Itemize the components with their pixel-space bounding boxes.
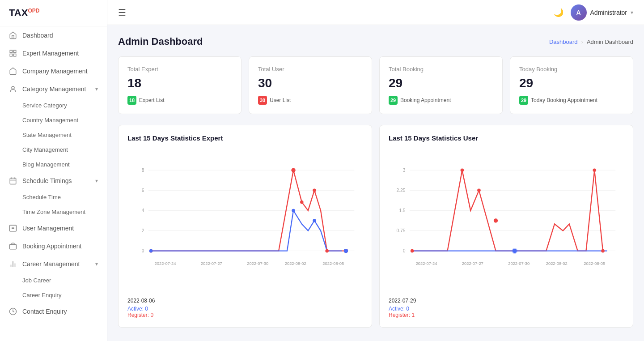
chart-card-expert: Last 15 Days Statistics Expert 8 6 4 2 [118, 125, 372, 328]
badge-num-expert: 18 [127, 96, 136, 105]
sidebar-sub-career-enquiry[interactable]: Career Enquiry [0, 288, 107, 303]
sidebar-item-company[interactable]: Company Management [0, 62, 107, 80]
logo: TAXOPD [0, 0, 107, 26]
header-right: 🌙 A Administrator ▾ [554, 4, 633, 21]
svg-rect-2 [10, 54, 12, 56]
sidebar-item-schedule[interactable]: Schedule Timings ▾ [0, 172, 107, 190]
charts-grid: Last 15 Days Statistics Expert 8 6 4 2 [118, 125, 633, 328]
svg-text:2022-07-24: 2022-07-24 [416, 261, 437, 266]
svg-point-36 [325, 249, 329, 253]
breadcrumb: Dashboard › Admin Dashboard [549, 38, 633, 45]
chart-container-expert: 8 6 4 2 0 2022-07-24 2022-07-27 2022-07-… [127, 149, 363, 292]
sidebar-sub-blog[interactable]: Blog Management [0, 157, 107, 172]
sidebar-sub-job-career[interactable]: Job Career [0, 273, 107, 288]
contact-icon [9, 307, 17, 315]
stat-value-user: 30 [258, 76, 363, 90]
sidebar-sub-service-category[interactable]: Service Category [0, 98, 107, 113]
home-icon [9, 31, 17, 39]
svg-text:2022-07-24: 2022-07-24 [155, 261, 176, 266]
svg-text:0: 0 [403, 248, 406, 253]
badge-num-booking: 29 [389, 96, 398, 105]
svg-point-59 [477, 189, 481, 192]
stat-badge-booking: 29 Booking Appointment [389, 96, 451, 105]
sidebar-sub-schedule-time[interactable]: Schedule Time [0, 190, 107, 205]
schedule-icon [9, 177, 17, 185]
stats-grid: Total Expert 18 18 Expert List Total Use… [118, 56, 633, 114]
svg-point-33 [291, 168, 295, 172]
svg-text:6: 6 [142, 188, 144, 193]
svg-point-57 [411, 249, 414, 253]
admin-menu[interactable]: A Administrator ▾ [571, 4, 633, 21]
chart-svg-expert: 8 6 4 2 0 2022-07-24 2022-07-27 2022-07-… [127, 149, 363, 292]
stat-value-booking: 29 [389, 76, 493, 90]
sidebar-item-career[interactable]: Career Management ▾ [0, 255, 107, 273]
category-icon [9, 85, 17, 93]
stat-value-today: 29 [519, 76, 624, 90]
chart-date-expert: 2022-08-06 [127, 298, 363, 304]
svg-text:1.5: 1.5 [399, 208, 406, 213]
svg-rect-3 [14, 54, 16, 56]
svg-point-4 [12, 86, 14, 89]
career-chevron: ▾ [95, 261, 98, 267]
sidebar-item-dashboard[interactable]: Dashboard [0, 26, 107, 44]
svg-text:2022-08-05: 2022-08-05 [322, 261, 344, 266]
badge-link-user[interactable]: User List [270, 97, 291, 103]
admin-name: Administrator [590, 9, 627, 16]
svg-point-38 [149, 249, 153, 253]
svg-text:2022-08-02: 2022-08-02 [546, 261, 568, 266]
svg-text:2022-08-02: 2022-08-02 [285, 261, 306, 266]
breadcrumb-current: Admin Dashboard [587, 38, 633, 45]
badge-link-booking[interactable]: Booking Appointment [400, 97, 451, 103]
breadcrumb-home[interactable]: Dashboard [549, 38, 578, 45]
svg-rect-1 [14, 50, 16, 52]
theme-toggle-icon[interactable]: 🌙 [554, 8, 564, 17]
badge-num-user: 30 [258, 96, 267, 105]
svg-point-61 [593, 169, 596, 172]
header-left: ☰ [118, 7, 126, 18]
svg-text:2022-08-05: 2022-08-05 [584, 261, 605, 266]
stat-card-expert: Total Expert 18 18 Expert List [118, 56, 242, 114]
sidebar-sub-city[interactable]: City Management [0, 142, 107, 157]
chart-title-expert: Last 15 Days Statistics Expert [127, 134, 363, 142]
active-count-user: Active: 0 [389, 306, 624, 312]
stat-label-user: Total User [258, 66, 363, 72]
sidebar-item-category[interactable]: Category Management ▾ [0, 80, 107, 98]
stat-label-expert: Total Expert [127, 66, 232, 72]
content-area: Admin Dashboard Dashboard › Admin Dashbo… [107, 25, 644, 341]
svg-point-62 [601, 249, 605, 253]
sidebar-nav: Dashboard Expert Management Company Mana… [0, 26, 107, 320]
avatar: A [571, 4, 587, 21]
chart-card-user: Last 15 Days Statistics User 3 2.25 1.5 … [379, 125, 633, 328]
page-title: Admin Dashboard [118, 36, 203, 47]
svg-point-64 [513, 249, 517, 253]
svg-text:2022-07-27: 2022-07-27 [462, 261, 483, 266]
sidebar-item-user[interactable]: User Management [0, 219, 107, 237]
schedule-chevron: ▾ [95, 178, 98, 184]
stat-badge-user: 30 User List [258, 96, 291, 105]
sidebar-sub-timezone[interactable]: Time Zone Management [0, 205, 107, 219]
svg-point-40 [313, 219, 316, 222]
briefcase-icon [9, 242, 17, 250]
register-count-user: Register: 1 [389, 312, 624, 318]
svg-text:2022-07-27: 2022-07-27 [201, 261, 222, 266]
admin-chevron-icon: ▾ [631, 9, 633, 16]
sidebar-item-expert[interactable]: Expert Management [0, 44, 107, 62]
sidebar-item-contact[interactable]: Contact Enquiry [0, 303, 107, 320]
badge-link-expert[interactable]: Expert List [139, 97, 165, 103]
chart-title-user: Last 15 Days Statistics User [389, 134, 624, 142]
brand-name: TAXOPD [9, 7, 39, 19]
svg-rect-12 [10, 244, 17, 249]
svg-text:2.25: 2.25 [396, 188, 405, 193]
stat-card-today: Today Booking 29 29 Today Booking Appoin… [510, 56, 633, 114]
hamburger-icon[interactable]: ☰ [118, 7, 126, 18]
svg-text:0.75: 0.75 [396, 228, 405, 233]
sidebar-sub-country[interactable]: Country Management [0, 113, 107, 128]
sidebar-sub-state[interactable]: State Management [0, 128, 107, 142]
svg-text:2022-07-30: 2022-07-30 [508, 261, 530, 266]
badge-link-today[interactable]: Today Booking Appointment [531, 97, 597, 103]
svg-text:3: 3 [403, 168, 406, 173]
svg-text:0: 0 [142, 248, 144, 253]
category-chevron: ▾ [95, 86, 98, 92]
svg-point-39 [292, 209, 295, 213]
sidebar-item-booking[interactable]: Booking Appointment [0, 237, 107, 255]
